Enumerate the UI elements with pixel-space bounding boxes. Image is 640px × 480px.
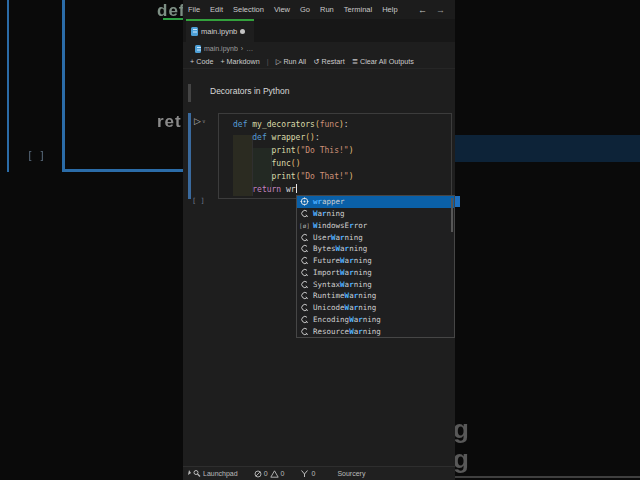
run-all-icon: ▷ bbox=[276, 57, 282, 66]
text-cursor bbox=[296, 184, 297, 193]
run-cell-button[interactable]: ▷ ∨ bbox=[194, 116, 206, 126]
clear-all-outputs-button[interactable]: ≣ Clear All Outputs bbox=[352, 57, 414, 66]
suggestion-SyntaxWarning[interactable]: SyntaxWarning bbox=[297, 278, 454, 290]
code-lines: def my_decorators(func): def wrapper(): … bbox=[219, 118, 451, 196]
tab-main-ipynb[interactable]: main.ipynb bbox=[186, 19, 254, 42]
class-icon bbox=[299, 315, 310, 324]
suggestion-label: Warning bbox=[313, 209, 345, 218]
menu-run[interactable]: Run bbox=[315, 5, 339, 14]
history-navigation: ← → bbox=[418, 5, 455, 15]
bg-blurred-selection-band bbox=[455, 135, 640, 162]
code-line[interactable]: print("Do That!") bbox=[219, 170, 451, 183]
class-icon bbox=[299, 244, 310, 253]
class-icon bbox=[299, 327, 310, 336]
add-code-cell-button[interactable]: + Code bbox=[190, 57, 213, 66]
menu-bar: FileEditSelectionViewGoRunTerminalHelp ←… bbox=[183, 0, 455, 19]
menu-terminal[interactable]: Terminal bbox=[339, 5, 377, 14]
suggestion-UserWarning[interactable]: UserWarning bbox=[297, 231, 454, 243]
menu-selection[interactable]: Selection bbox=[228, 5, 269, 14]
suggestion-RuntimeWarning[interactable]: RuntimeWarning bbox=[297, 290, 454, 302]
markdown-cell-title: Decorators in Python bbox=[210, 86, 289, 96]
notebook-toolbar: + Code + Markdown | ▷ Run All ↺ Restart … bbox=[183, 55, 455, 69]
autocomplete-rows: wrapper Warning[ø]WindowsError UserWarni… bbox=[297, 196, 454, 337]
suggestion-label: ImportWarning bbox=[313, 268, 372, 277]
run-all-button[interactable]: ▷ Run All bbox=[276, 57, 307, 66]
counter-icon bbox=[300, 469, 309, 478]
class-icon bbox=[299, 291, 310, 300]
code-line[interactable]: def wrapper(): bbox=[219, 131, 451, 144]
bg-cell-marker: [ ] bbox=[27, 150, 45, 161]
breadcrumb-ellipsis[interactable]: … bbox=[246, 45, 253, 52]
problems-status-item[interactable]: 0 0 bbox=[254, 470, 285, 478]
suggestion-label: RuntimeWarning bbox=[313, 291, 376, 300]
code-line[interactable]: print("Do This!") bbox=[219, 144, 451, 157]
clear-outputs-icon: ≣ bbox=[352, 57, 358, 66]
status-bar: Launchpad 0 0 0 So bbox=[183, 466, 455, 480]
bg-cell-border-inner bbox=[62, 0, 65, 170]
suggestion-wrapper[interactable]: wrapper bbox=[297, 196, 454, 208]
bg-blurred-selection-nub bbox=[455, 196, 460, 207]
suggestion-label: UnicodeWarning bbox=[313, 303, 376, 312]
restart-button[interactable]: ↺ Restart bbox=[313, 57, 344, 66]
breadcrumb[interactable]: main.ipynb › … bbox=[183, 42, 455, 55]
suggestion-EncodingWarning[interactable]: EncodingWarning bbox=[297, 314, 454, 326]
execution-count-placeholder: [ ] bbox=[192, 197, 205, 205]
bg-blurred-green-line bbox=[163, 18, 183, 20]
suggestion-UnicodeWarning[interactable]: UnicodeWarning bbox=[297, 302, 454, 314]
suggestion-WindowsError[interactable]: [ø]WindowsError bbox=[297, 220, 454, 232]
class-icon bbox=[299, 209, 310, 218]
add-markdown-cell-button[interactable]: + Markdown bbox=[220, 57, 259, 66]
markdown-cell-indicator-bar bbox=[188, 84, 191, 102]
suggestion-BytesWarning[interactable]: BytesWarning bbox=[297, 243, 454, 255]
code-line[interactable]: def my_decorators(func): bbox=[219, 118, 451, 131]
menu-view[interactable]: View bbox=[269, 5, 295, 14]
menu-items: FileEditSelectionViewGoRunTerminalHelp bbox=[183, 5, 403, 14]
tab-bar: main.ipynb bbox=[183, 19, 455, 42]
suggestion-label: UserWarning bbox=[313, 233, 363, 242]
tab-label: main.ipynb bbox=[201, 27, 237, 36]
notebook-file-icon bbox=[191, 27, 198, 36]
markdown-cell[interactable]: Decorators in Python bbox=[183, 78, 455, 108]
class-icon bbox=[299, 233, 310, 242]
suggestion-label: BytesWarning bbox=[313, 244, 367, 253]
notebook-file-icon bbox=[195, 45, 201, 53]
class-icon bbox=[299, 280, 310, 289]
suggestion-ResourceWarning[interactable]: ResourceWarning bbox=[297, 325, 454, 337]
code-cell: ▷ ∨ [ ] def my_decorators(func): def wra… bbox=[183, 113, 455, 199]
suggestion-label: EncodingWarning bbox=[313, 315, 381, 324]
bg-blurred-statusbar-line bbox=[455, 476, 640, 478]
breadcrumb-file[interactable]: main.ipynb bbox=[204, 45, 238, 52]
sourcery-status-item[interactable]: Sourcery bbox=[337, 470, 365, 477]
warning-icon bbox=[270, 470, 279, 478]
vscode-window: FileEditSelectionViewGoRunTerminalHelp ←… bbox=[183, 0, 455, 480]
symbol-icon bbox=[299, 197, 310, 206]
suggestion-Warning[interactable]: Warning bbox=[297, 208, 454, 220]
autocomplete-dropdown: wrapper Warning[ø]WindowsError UserWarni… bbox=[296, 195, 455, 338]
suggestion-label: SyntaxWarning bbox=[313, 280, 372, 289]
class-icon bbox=[299, 303, 310, 312]
launchpad-icon bbox=[187, 469, 201, 478]
bg-cell-border-bottom bbox=[62, 169, 183, 172]
menu-edit[interactable]: Edit bbox=[205, 5, 228, 14]
menu-file[interactable]: File bbox=[183, 5, 205, 14]
restart-icon: ↺ bbox=[313, 57, 319, 66]
code-line[interactable]: func() bbox=[219, 157, 451, 170]
class-icon bbox=[299, 268, 310, 277]
cell-code-editor[interactable]: def my_decorators(func): def wrapper(): … bbox=[218, 113, 452, 199]
dropdown-scrollbar[interactable] bbox=[451, 198, 453, 232]
suggestion-label: FutureWarning bbox=[313, 256, 372, 265]
unsaved-changes-dot[interactable] bbox=[240, 29, 245, 34]
toolbar-separator: | bbox=[267, 57, 269, 66]
suggestion-FutureWarning[interactable]: FutureWarning bbox=[297, 255, 454, 267]
run-options-chevron-icon[interactable]: ∨ bbox=[202, 118, 206, 124]
error-icon bbox=[254, 470, 262, 478]
class-icon bbox=[299, 256, 310, 265]
nav-forward-icon[interactable]: → bbox=[436, 5, 445, 15]
launchpad-status-item[interactable]: Launchpad bbox=[187, 469, 238, 478]
menu-help[interactable]: Help bbox=[377, 5, 402, 14]
menu-go[interactable]: Go bbox=[295, 5, 315, 14]
bg-blurred-g-1: g bbox=[453, 416, 469, 442]
counter-status-item[interactable]: 0 bbox=[300, 469, 315, 478]
suggestion-ImportWarning[interactable]: ImportWarning bbox=[297, 267, 454, 279]
nav-back-icon[interactable]: ← bbox=[418, 5, 427, 15]
